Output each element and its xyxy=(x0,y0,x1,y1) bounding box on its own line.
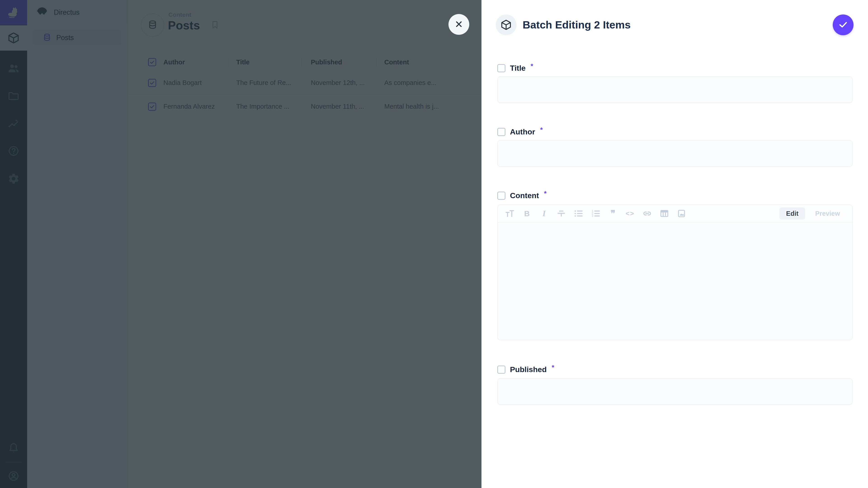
image-button[interactable] xyxy=(676,208,687,219)
editor-toolbar: B I xyxy=(498,205,852,223)
batch-edit-drawer: Batch Editing 2 Items Title * Author * C… xyxy=(482,0,868,488)
close-icon xyxy=(454,19,464,30)
field-title-label-row: Title * xyxy=(497,64,533,72)
field-published-checkbox[interactable] xyxy=(497,365,505,374)
bold-button[interactable]: B xyxy=(521,208,532,219)
link-button[interactable] xyxy=(642,208,653,219)
numbered-list-button[interactable]: 1 2 3 xyxy=(590,208,601,219)
blockquote-button[interactable]: ❞ xyxy=(607,208,618,219)
title-input[interactable] xyxy=(497,76,852,103)
code-button[interactable]: <> xyxy=(624,208,636,219)
table-button[interactable] xyxy=(659,208,670,219)
markdown-editor: B I xyxy=(497,204,852,340)
field-author-label-row: Author * xyxy=(497,127,543,136)
cube-icon xyxy=(496,14,517,35)
bulleted-list-button[interactable] xyxy=(573,208,584,219)
italic-button[interactable]: I xyxy=(538,208,550,219)
required-mark: * xyxy=(552,363,554,371)
field-content-label-row: Content * xyxy=(497,191,547,200)
field-label: Author xyxy=(510,127,535,136)
field-published-label-row: Published * xyxy=(497,365,554,374)
required-mark: * xyxy=(530,62,533,70)
drawer-title: Batch Editing 2 Items xyxy=(523,19,631,31)
published-input[interactable] xyxy=(497,378,852,405)
edit-mode-button[interactable]: Edit xyxy=(779,207,805,220)
field-content-checkbox[interactable] xyxy=(497,192,505,200)
author-input[interactable] xyxy=(497,140,852,167)
markdown-editor-body[interactable] xyxy=(498,223,852,340)
check-icon xyxy=(838,19,848,31)
required-mark: * xyxy=(544,190,547,197)
strikethrough-button[interactable] xyxy=(556,208,567,219)
field-title-checkbox[interactable] xyxy=(497,64,505,72)
field-author-checkbox[interactable] xyxy=(497,128,505,136)
format-size-button[interactable] xyxy=(504,208,515,219)
preview-mode-button[interactable]: Preview xyxy=(808,207,847,220)
editor-mode-toggle: Edit Preview xyxy=(779,207,847,220)
field-label: Published xyxy=(510,365,547,374)
field-label: Content xyxy=(510,191,539,200)
svg-text:3: 3 xyxy=(592,215,593,218)
field-label: Title xyxy=(510,64,526,72)
required-mark: * xyxy=(540,126,543,133)
close-button[interactable] xyxy=(448,14,469,35)
save-button[interactable] xyxy=(833,14,854,35)
